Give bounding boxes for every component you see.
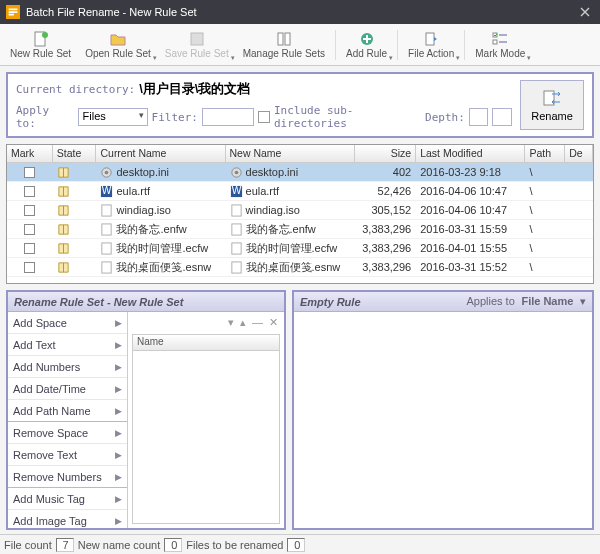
row-checkbox[interactable] (24, 167, 35, 178)
state-icon (53, 165, 97, 180)
add-rule-button[interactable]: Add Rule▾ (340, 26, 393, 64)
rule-category[interactable]: Add Space▶ (8, 312, 127, 334)
manage-icon (276, 31, 292, 47)
new-rule-set-button[interactable]: New Rule Set (4, 26, 77, 64)
down-icon[interactable]: ▴ (240, 316, 246, 332)
close-button[interactable] (576, 3, 594, 21)
modified: 2016-04-06 10:47 (416, 184, 525, 198)
manage-rule-sets-button[interactable]: Manage Rule Sets (237, 26, 331, 64)
col-de[interactable]: De (565, 145, 593, 162)
file-count-value: 7 (56, 538, 74, 552)
svg-text:W: W (231, 185, 241, 196)
chevron-down-icon[interactable]: ▾ (580, 295, 586, 307)
path: \ (525, 222, 565, 236)
col-new[interactable]: New Name (226, 145, 355, 162)
path: \ (525, 165, 565, 179)
rename-button[interactable]: Rename (520, 80, 584, 130)
delete-icon[interactable]: ✕ (269, 316, 278, 332)
svg-rect-11 (499, 41, 507, 43)
table-row[interactable]: desktop.inidesktop.ini4022016-03-23 9:18… (7, 163, 593, 182)
mark-mode-button[interactable]: Mark Mode▾ (469, 26, 531, 64)
current-name: desktop.ini (96, 165, 225, 180)
rule-category[interactable]: Add Music Tag▶ (8, 488, 127, 510)
open-rule-set-button[interactable]: Open Rule Set▾ (79, 26, 157, 64)
col-path[interactable]: Path (525, 145, 565, 162)
state-icon (53, 260, 97, 275)
svg-point-16 (234, 170, 238, 174)
table-row[interactable]: windiag.isowindiag.iso305,1522016-04-06 … (7, 201, 593, 220)
rule-category[interactable]: Add Image Tag▶ (8, 510, 127, 528)
plus-icon (359, 31, 375, 47)
rule-list[interactable]: Name (132, 334, 280, 524)
chevron-right-icon: ▶ (115, 428, 122, 438)
svg-rect-4 (278, 33, 283, 45)
filter-input[interactable] (202, 108, 254, 126)
save-rule-set-button[interactable]: Save Rule Set▾ (159, 26, 235, 64)
size: 305,152 (355, 203, 417, 217)
row-checkbox[interactable] (24, 186, 35, 197)
include-sub-checkbox[interactable] (258, 111, 270, 123)
state-icon (53, 184, 97, 199)
svg-rect-21 (102, 204, 111, 215)
rule-category[interactable]: Add Text▶ (8, 334, 127, 356)
svg-rect-27 (102, 261, 111, 272)
col-state[interactable]: State (53, 145, 97, 162)
minus-icon[interactable]: — (252, 316, 263, 332)
state-icon (53, 222, 97, 237)
to-rename-value: 0 (287, 538, 305, 552)
rule-category[interactable]: Add Path Name▶ (8, 400, 127, 422)
rule-category[interactable]: Remove Text▶ (8, 444, 127, 466)
save-icon (189, 31, 205, 47)
table-row[interactable]: 我的桌面便笺.esnw我的桌面便笺.esnw3,383,2962016-03-3… (7, 258, 593, 277)
chevron-right-icon: ▶ (115, 472, 122, 482)
chevron-down-icon: ▾ (456, 54, 460, 62)
row-checkbox[interactable] (24, 224, 35, 235)
svg-rect-10 (493, 40, 497, 44)
filter-pane: Current directory: \用户目录\我的文档 Apply to: … (6, 72, 594, 138)
checklist-icon (492, 31, 508, 47)
app-icon (6, 5, 20, 19)
rule-category[interactable]: Add Numbers▶ (8, 356, 127, 378)
col-modified[interactable]: Last Modified (416, 145, 525, 162)
up-icon[interactable]: ▾ (228, 316, 234, 332)
table-row[interactable]: 我的时间管理.ecfw我的时间管理.ecfw3,383,2962016-04-0… (7, 239, 593, 258)
new-name: 我的时间管理.ecfw (226, 240, 355, 257)
close-icon (580, 7, 590, 17)
depth-label: Depth: (425, 111, 465, 124)
apply-to-select[interactable]: Files (78, 108, 148, 126)
rule-detail-panel: Empty Rule Applies to File Name ▾ (292, 290, 594, 530)
size: 3,383,296 (355, 241, 417, 255)
row-checkbox[interactable] (24, 205, 35, 216)
table-row[interactable]: 我的备忘.enfw我的备忘.enfw3,383,2962016-03-31 15… (7, 220, 593, 239)
row-checkbox[interactable] (24, 243, 35, 254)
table-row[interactable]: Weula.rtfWeula.rtf52,4262016-04-06 10:47… (7, 182, 593, 201)
svg-point-14 (105, 170, 109, 174)
svg-rect-9 (499, 34, 507, 36)
col-size[interactable]: Size (355, 145, 417, 162)
file-new-icon (33, 31, 49, 47)
modified: 2016-03-23 9:18 (416, 165, 525, 179)
size: 3,383,296 (355, 260, 417, 274)
depth-input[interactable] (469, 108, 489, 126)
rule-list-tools: ▾ ▴ — ✕ (132, 316, 280, 332)
chevron-right-icon: ▶ (115, 494, 122, 504)
rule-category[interactable]: Remove Numbers▶ (8, 466, 127, 488)
chevron-down-icon: ▾ (231, 54, 235, 62)
size: 3,383,296 (355, 222, 417, 236)
new-name: windiag.iso (226, 203, 355, 218)
rule-category[interactable]: Add Date/Time▶ (8, 378, 127, 400)
row-checkbox[interactable] (24, 262, 35, 273)
size: 402 (355, 165, 417, 179)
col-current[interactable]: Current Name (96, 145, 225, 162)
svg-rect-25 (102, 242, 111, 253)
file-action-icon (423, 31, 439, 47)
rule-categories: Add Space▶Add Text▶Add Numbers▶Add Date/… (8, 312, 128, 528)
file-action-button[interactable]: File Action▾ (402, 26, 460, 64)
rule-set-panel: Rename Rule Set - New Rule Set Add Space… (6, 290, 286, 530)
chevron-right-icon: ▶ (115, 516, 122, 526)
svg-rect-26 (231, 242, 240, 253)
col-mark[interactable]: Mark (7, 145, 53, 162)
rule-category[interactable]: Remove Space▶ (8, 422, 127, 444)
depth-extra-input[interactable] (492, 108, 512, 126)
svg-rect-28 (231, 261, 240, 272)
